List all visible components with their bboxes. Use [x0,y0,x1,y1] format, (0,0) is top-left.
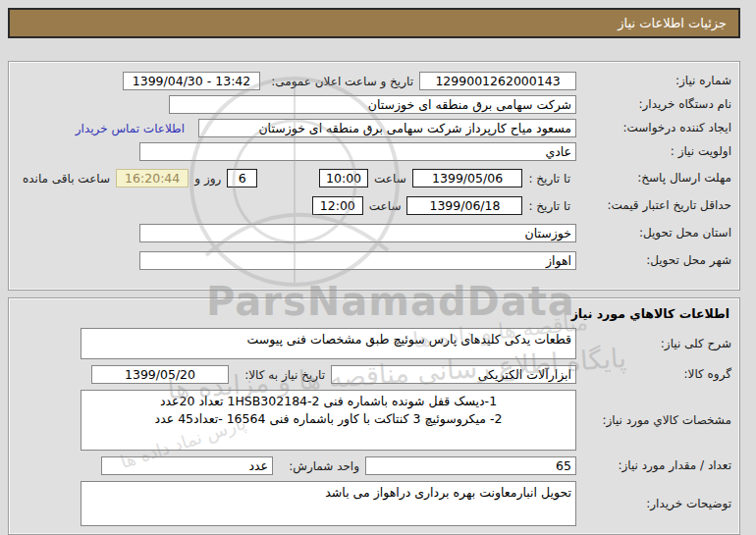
hour-label: ساعت [368,172,412,186]
goods-specs-textarea[interactable]: 1-دیسک قفل شونده باشماره فنی 1HSB302184-… [81,390,576,451]
goods-specs-label: مشخصات کالاي مورد نیاز: [576,413,731,428]
goods-need-date-label: تاریخ نیاز به کالا: [229,368,331,382]
need-info-groupbox: شماره نیاز: 1299001262000143 تاریخ و ساع… [8,61,740,291]
quantity-field[interactable]: 65 [365,456,576,475]
buyer-notes-label: توضیحات خریدار: [576,497,731,511]
goods-group-field[interactable]: ابزارآلات الکتریکی [331,365,576,384]
page-title-bar: جزئیات اطلاعات نیاز [8,8,740,38]
reply-deadline-date-field[interactable]: 1399/05/06 [412,169,523,187]
buyer-notes-textarea[interactable]: تحویل انبارمعاونت بهره برداری دراهواز می… [81,481,576,526]
delivery-province-row: استان محل تحویل: خوزستان [17,224,731,242]
price-validity-row: حداقل تاریخ اعتبار قیمت: تا تاریخ : 1399… [17,196,731,215]
page-title: جزئیات اطلاعات نیاز [618,16,727,30]
reply-deadline-row: مهلت ارسال پاسخ: تا تاریخ : 1399/05/06 س… [17,169,731,187]
price-validity-label: حداقل تاریخ اعتبار قیمت: [576,198,731,213]
creator-row: ایجاد کننده درخواست: مسعود میاح کارپرداز… [17,119,731,137]
price-validity-time-field[interactable]: 12:00 [312,196,363,215]
announce-datetime-label: تاریخ و ساعت اعلان عمومی: [260,75,419,88]
need-description-row: شرح کلی نیاز: قطعات یدکی کلیدهای پارس سو… [17,328,731,359]
need-number-label: شماره نیاز: [576,74,731,88]
goods-need-date-field[interactable]: 1399/05/20 [91,365,229,384]
buyer-notes-row: توضیحات خریدار: تحویل انبارمعاونت بهره ب… [17,481,731,526]
count-unit-label: واحد شمارش: [273,459,365,473]
until-date-label: تا تاریخ : [522,199,576,213]
priority-row: اولویت نیاز : عادي [17,142,731,161]
delivery-city-label: شهر محل تحویل: [576,253,731,268]
reply-deadline-time-field[interactable]: 10:00 [319,169,368,187]
count-unit-field[interactable]: عدد [101,456,273,475]
hour-label: ساعت [363,199,407,213]
delivery-province-field[interactable]: خوزستان [139,224,576,242]
days-remaining-field: 6 [227,169,257,187]
need-description-label: شرح کلی نیاز: [576,337,731,351]
request-creator-label: ایجاد کننده درخواست: [576,121,731,135]
buyer-name-field[interactable]: شرکت سهامی برق منطقه ای خوزستان [169,95,576,114]
delivery-city-row: شهر محل تحویل: اهواز [17,251,731,270]
announce-datetime-field[interactable]: 1399/04/30 - 13:42 [123,72,260,90]
need-details-page: { "title_bar": { "text": "جزئیات اطلاعات… [0,0,756,535]
buyer-row: نام دستگاه خریدار: شرکت سهامی برق منطقه … [17,95,731,114]
goods-group-label: گروه کالا: [576,367,731,382]
hours-remaining-label: ساعت باقی مانده [17,172,116,186]
days-and-label: روز و [189,172,227,186]
until-date-label: تا تاریخ : [522,172,576,186]
delivery-city-field[interactable]: اهواز [139,251,576,270]
goods-specs-row: مشخصات کالاي مورد نیاز: 1-دیسک قفل شونده… [17,390,731,451]
priority-field[interactable]: عادي [139,142,576,161]
need-description-textarea[interactable]: قطعات یدکی کلیدهای پارس سوئیچ طبق مشخصات… [81,328,576,359]
need-number-field[interactable]: 1299001262000143 [419,72,576,90]
goods-group-row: گروه کالا: ابزارآلات الکتریکی تاریخ نیاز… [17,365,731,384]
goods-section-title: اطلاعات کالاهاي مورد نیاز [17,306,729,321]
goods-specs-line: 2- میکروسوئیچ 3 کنتاکت با کاور باشماره ف… [85,410,571,428]
reply-deadline-label: مهلت ارسال پاسخ: [576,171,731,186]
quantity-label: تعداد / مقدار مورد نیاز: [576,458,731,473]
buyer-contact-link[interactable]: اطلاعات تماس خریدار [76,122,185,135]
priority-label: اولویت نیاز : [576,144,731,159]
goods-info-groupbox: اطلاعات کالاهاي مورد نیاز شرح کلی نیاز: … [8,297,740,535]
need-number-row: شماره نیاز: 1299001262000143 تاریخ و ساع… [17,72,731,90]
quantity-row: تعداد / مقدار مورد نیاز: 65 واحد شمارش: … [17,456,731,475]
request-creator-field[interactable]: مسعود میاح کارپرداز شرکت سهامی برق منطقه… [198,119,576,137]
buyer-name-label: نام دستگاه خریدار: [576,97,731,112]
delivery-province-label: استان محل تحویل: [576,226,731,241]
price-validity-date-field[interactable]: 1399/06/18 [406,196,522,215]
goods-specs-line: 1-دیسک قفل شونده باشماره فنی 1HSB302184-… [85,393,571,410]
time-remaining-counter: 16:20:44 [116,169,189,187]
